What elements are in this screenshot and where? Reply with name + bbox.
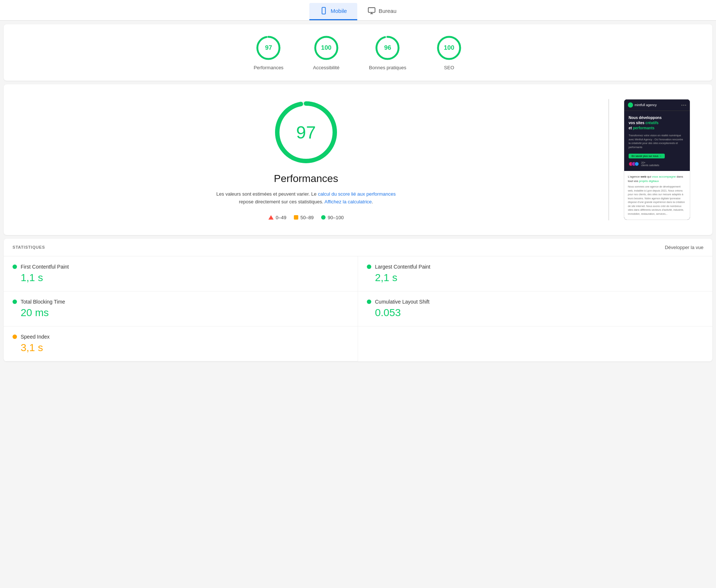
performances-title: Performances — [274, 173, 338, 185]
desc-text-1: Les valeurs sont estimées et peuvent var… — [216, 191, 318, 197]
legend-range-green: 90–100 — [328, 215, 344, 220]
legend-item-red: 0–49 — [268, 215, 286, 220]
desc-text-3: . — [372, 199, 373, 204]
stat-header-si: Speed Index — [13, 334, 349, 340]
preview-avatars — [629, 162, 637, 166]
svg-rect-2 — [368, 8, 375, 13]
stat-dot-cls — [367, 300, 371, 304]
stat-name-lcp: Largest Contentful Paint — [375, 264, 430, 270]
legend: 0–49 50–89 90–100 — [268, 215, 344, 220]
score-circle-bonnes-pratiques: 96 — [374, 35, 401, 61]
separator — [608, 99, 609, 220]
legend-range-red: 0–49 — [276, 215, 286, 220]
big-score-circle: 97 — [273, 99, 339, 165]
legend-range-orange: 50–89 — [300, 215, 314, 220]
score-summary-panel: 97 Performances 100 Accessibilité 96 Bon… — [4, 24, 712, 81]
stats-header: STATISTIQUES Développer la vue — [4, 239, 712, 256]
stat-cell-lcp: Largest Contentful Paint 2,1 s — [358, 256, 712, 291]
preview-cta-button: En savoir plus sur nous → — [629, 154, 665, 158]
calc-link-2[interactable]: Affichez la calculatrice — [324, 199, 372, 204]
score-value-seo: 100 — [444, 44, 454, 52]
legend-item-orange: 50–89 — [294, 215, 314, 220]
stat-cell-si: Speed Index 3,1 s — [4, 326, 358, 361]
stat-dot-fcp — [13, 265, 17, 269]
preview-client-info: 20+ clients satisfaits — [641, 161, 659, 167]
stat-name-cls: Cumulative Layout Shift — [375, 299, 430, 305]
score-value-accessibilite: 100 — [321, 44, 331, 52]
main-content: 97 Performances Les valeurs sont estimée… — [4, 84, 712, 235]
preview-menu-dots — [681, 105, 686, 106]
score-item-bonnes-pratiques: 96 Bonnes pratiques — [369, 35, 406, 70]
tab-bureau-label: Bureau — [379, 8, 396, 14]
stat-header-tbt: Total Blocking Time — [13, 299, 349, 305]
right-pane: mintfull agency Nous développonsvos site… — [624, 99, 698, 220]
score-circle-performances: 97 — [255, 35, 282, 61]
desktop-icon — [368, 7, 376, 15]
performances-description: Les valeurs sont estimées et peuvent var… — [210, 190, 402, 206]
statistics-section: STATISTIQUES Développer la vue First Con… — [4, 239, 712, 361]
stat-value-cls: 0.053 — [367, 307, 703, 319]
stat-name-si: Speed Index — [21, 334, 50, 340]
preview-description: Transformez votre vision en réalité numé… — [629, 134, 685, 149]
score-circle-accessibilite: 100 — [313, 35, 340, 61]
left-pane: 97 Performances Les valeurs sont estimée… — [18, 99, 594, 220]
tab-bureau[interactable]: Bureau — [357, 3, 407, 20]
preview-light-section: L'agence web qui vous accompagne dans to… — [624, 171, 690, 220]
stat-header-lcp: Largest Contentful Paint — [367, 264, 703, 270]
stat-name-fcp: First Contentful Paint — [21, 264, 69, 270]
legend-item-green: 90–100 — [321, 215, 344, 220]
preview-avatar-3 — [635, 162, 639, 166]
legend-dot-icon — [321, 215, 326, 220]
preview-dot-2 — [683, 105, 684, 106]
stat-cell-cls: Cumulative Layout Shift 0.053 — [358, 291, 712, 326]
tab-mobile-label: Mobile — [331, 8, 347, 14]
stat-value-tbt: 20 ms — [13, 307, 349, 319]
big-score-value: 97 — [296, 122, 316, 143]
preview-light-title: L'agence web qui vous accompagne dans to… — [628, 175, 686, 183]
mobile-icon — [320, 7, 328, 15]
preview-logo-text: mintfull agency — [635, 103, 657, 107]
preview-title-p2: et — [629, 126, 633, 130]
stat-dot-si — [13, 335, 17, 339]
preview-container: mintfull agency Nous développonsvos site… — [624, 99, 690, 220]
preview-highlight-creatifs: créatifs — [646, 121, 659, 125]
preview-dot-3 — [685, 105, 686, 106]
score-label-accessibilite: Accessibilité — [313, 65, 340, 70]
stat-dot-lcp — [367, 265, 371, 269]
calc-link[interactable]: calcul du score lié aux performances — [318, 191, 396, 197]
legend-triangle-icon — [268, 215, 274, 220]
stat-cell-tbt: Total Blocking Time 20 ms — [4, 291, 358, 326]
stats-grid: First Contentful Paint 1,1 s Largest Con… — [4, 256, 712, 361]
preview-dot-1 — [681, 105, 682, 106]
preview-header: mintfull agency — [624, 99, 690, 111]
stat-value-lcp: 2,1 s — [367, 272, 703, 284]
desc-text-2: repose directement sur ces statistiques. — [239, 199, 324, 204]
stat-header-cls: Cumulative Layout Shift — [367, 299, 703, 305]
legend-square-icon — [294, 215, 298, 220]
stat-name-tbt: Total Blocking Time — [21, 299, 65, 305]
score-value-bonnes-pratiques: 96 — [384, 44, 391, 52]
score-circle-seo: 100 — [436, 35, 462, 61]
preview-highlight-performants: performants — [633, 126, 654, 130]
stat-header-fcp: First Contentful Paint — [13, 264, 349, 270]
score-item-accessibilite: 100 Accessibilité — [313, 35, 340, 70]
score-label-bonnes-pratiques: Bonnes pratiques — [369, 65, 406, 70]
stat-value-fcp: 1,1 s — [13, 272, 349, 284]
tab-mobile[interactable]: Mobile — [309, 3, 357, 20]
preview-title: Nous développonsvos sites créatifset per… — [629, 115, 685, 131]
preview-clients: 20+ clients satisfaits — [629, 161, 685, 167]
score-item-seo: 100 SEO — [436, 35, 462, 70]
stat-dot-tbt — [13, 300, 17, 304]
score-label-seo: SEO — [444, 65, 454, 70]
preview-light-body: Nous sommes une agence de développement … — [628, 185, 686, 216]
stat-value-si: 3,1 s — [13, 342, 349, 354]
expand-view-button[interactable]: Développer la vue — [665, 245, 703, 250]
stats-title: STATISTIQUES — [13, 245, 45, 249]
clients-label: clients satisfaits — [641, 164, 659, 167]
preview-logo: mintfull agency — [628, 102, 657, 108]
tab-bar: Mobile Bureau — [0, 0, 716, 21]
clients-count: 20+ — [641, 161, 646, 164]
score-label-performances: Performances — [254, 65, 284, 70]
score-item-performances: 97 Performances — [254, 35, 284, 70]
preview-body: Nous développonsvos sites créatifset per… — [624, 111, 690, 171]
